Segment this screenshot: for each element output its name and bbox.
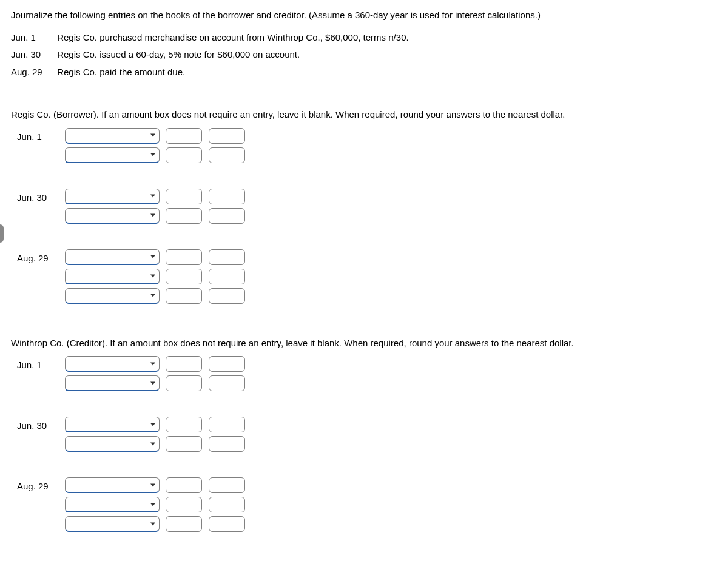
side-tab bbox=[0, 224, 4, 243]
credit-input[interactable] bbox=[209, 497, 245, 512]
journal-row bbox=[65, 477, 248, 493]
debit-input[interactable] bbox=[166, 516, 202, 532]
credit-input[interactable] bbox=[209, 269, 245, 284]
journal-row bbox=[65, 436, 248, 452]
account-dropdown[interactable] bbox=[65, 128, 160, 144]
credit-input[interactable] bbox=[209, 147, 245, 163]
chevron-down-icon bbox=[150, 153, 155, 156]
account-dropdown[interactable] bbox=[65, 189, 160, 204]
journal-entry: Jun. 30 bbox=[17, 417, 720, 455]
debit-input[interactable] bbox=[166, 288, 202, 304]
account-dropdown[interactable] bbox=[65, 417, 160, 432]
chevron-down-icon bbox=[150, 362, 155, 365]
transaction-desc: Regis Co. purchased merchandise on accou… bbox=[57, 32, 408, 42]
transaction-desc: Regis Co. issued a 60-day, 5% note for $… bbox=[57, 49, 300, 59]
entry-date: Jun. 1 bbox=[17, 128, 62, 144]
credit-input[interactable] bbox=[209, 208, 245, 224]
chevron-down-icon bbox=[150, 195, 155, 198]
debit-input[interactable] bbox=[166, 147, 202, 163]
debit-input[interactable] bbox=[166, 477, 202, 493]
debit-input[interactable] bbox=[166, 208, 202, 224]
credit-input[interactable] bbox=[209, 356, 245, 372]
account-dropdown[interactable] bbox=[65, 356, 160, 372]
credit-input[interactable] bbox=[209, 288, 245, 304]
transaction-date: Aug. 29 bbox=[11, 65, 55, 79]
credit-input[interactable] bbox=[209, 516, 245, 532]
journal-row bbox=[65, 516, 248, 532]
account-dropdown[interactable] bbox=[65, 249, 160, 265]
debit-input[interactable] bbox=[166, 249, 202, 265]
account-dropdown[interactable] bbox=[65, 477, 160, 493]
journal-row bbox=[65, 356, 248, 372]
section-heading-borrower: Regis Co. (Borrower). If an amount box d… bbox=[11, 108, 720, 122]
account-dropdown[interactable] bbox=[65, 147, 160, 163]
chevron-down-icon bbox=[150, 503, 155, 506]
transaction-line: Aug. 29 Regis Co. paid the amount due. bbox=[11, 65, 720, 79]
transaction-line: Jun. 30 Regis Co. issued a 60-day, 5% no… bbox=[11, 48, 720, 62]
account-dropdown[interactable] bbox=[65, 436, 160, 452]
chevron-down-icon bbox=[150, 423, 155, 426]
transactions-list: Jun. 1 Regis Co. purchased merchandise o… bbox=[11, 31, 720, 79]
journal-row bbox=[65, 249, 248, 265]
credit-input[interactable] bbox=[209, 417, 245, 432]
journal-row bbox=[65, 147, 248, 163]
journal-row bbox=[65, 189, 248, 204]
account-dropdown[interactable] bbox=[65, 288, 160, 304]
debit-input[interactable] bbox=[166, 436, 202, 452]
chevron-down-icon bbox=[150, 214, 155, 217]
journal-entry: Aug. 29 bbox=[17, 249, 720, 307]
entry-date: Jun. 1 bbox=[17, 356, 62, 372]
credit-input[interactable] bbox=[209, 436, 245, 452]
entry-date: Jun. 30 bbox=[17, 417, 62, 433]
journal-row bbox=[65, 269, 248, 284]
debit-input[interactable] bbox=[166, 497, 202, 512]
credit-input[interactable] bbox=[209, 477, 245, 493]
credit-input[interactable] bbox=[209, 189, 245, 204]
transaction-date: Jun. 30 bbox=[11, 48, 55, 62]
account-dropdown[interactable] bbox=[65, 208, 160, 224]
journal-row bbox=[65, 208, 248, 224]
debit-input[interactable] bbox=[166, 269, 202, 284]
transaction-date: Jun. 1 bbox=[11, 31, 55, 45]
credit-input[interactable] bbox=[209, 249, 245, 265]
debit-input[interactable] bbox=[166, 417, 202, 432]
journal-entry: Aug. 29 bbox=[17, 477, 720, 536]
account-dropdown[interactable] bbox=[65, 269, 160, 284]
journal-entry: Jun. 30 bbox=[17, 189, 720, 227]
chevron-down-icon bbox=[150, 483, 155, 486]
journal-row bbox=[65, 128, 248, 144]
entry-date: Aug. 29 bbox=[17, 249, 62, 266]
transaction-line: Jun. 1 Regis Co. purchased merchandise o… bbox=[11, 31, 720, 45]
instructions-text: Journalize the following entries on the … bbox=[11, 8, 720, 22]
chevron-down-icon bbox=[150, 255, 155, 258]
debit-input[interactable] bbox=[166, 189, 202, 204]
journal-row bbox=[65, 417, 248, 432]
credit-input[interactable] bbox=[209, 375, 245, 391]
entry-date: Aug. 29 bbox=[17, 477, 62, 494]
account-dropdown[interactable] bbox=[65, 497, 160, 512]
chevron-down-icon bbox=[150, 442, 155, 445]
debit-input[interactable] bbox=[166, 356, 202, 372]
journal-entry: Jun. 1 bbox=[17, 128, 720, 167]
debit-input[interactable] bbox=[166, 375, 202, 391]
entry-date: Jun. 30 bbox=[17, 189, 62, 205]
journal-row bbox=[65, 375, 248, 391]
debit-input[interactable] bbox=[166, 128, 202, 144]
chevron-down-icon bbox=[150, 381, 155, 385]
journal-row bbox=[65, 497, 248, 512]
chevron-down-icon bbox=[150, 275, 155, 278]
section-heading-creditor: Winthrop Co. (Creditor). If an amount bo… bbox=[11, 337, 720, 351]
account-dropdown[interactable] bbox=[65, 516, 160, 532]
chevron-down-icon bbox=[150, 134, 155, 137]
transaction-desc: Regis Co. paid the amount due. bbox=[57, 67, 185, 77]
journal-row bbox=[65, 288, 248, 304]
chevron-down-icon bbox=[150, 522, 155, 525]
account-dropdown[interactable] bbox=[65, 375, 160, 391]
credit-input[interactable] bbox=[209, 128, 245, 144]
journal-entry: Jun. 1 bbox=[17, 356, 720, 395]
chevron-down-icon bbox=[150, 294, 155, 297]
